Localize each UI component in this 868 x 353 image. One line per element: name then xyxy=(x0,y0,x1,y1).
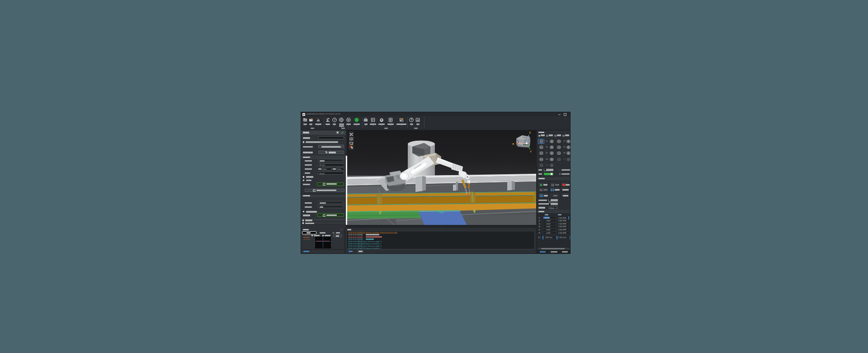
svg-text:Z: Z xyxy=(529,131,531,134)
svg-text:X: X xyxy=(512,142,514,145)
svg-text:Y: Y xyxy=(530,150,532,153)
svg-text:?: ? xyxy=(410,119,412,122)
svg-text:REAR: REAR xyxy=(523,137,528,138)
